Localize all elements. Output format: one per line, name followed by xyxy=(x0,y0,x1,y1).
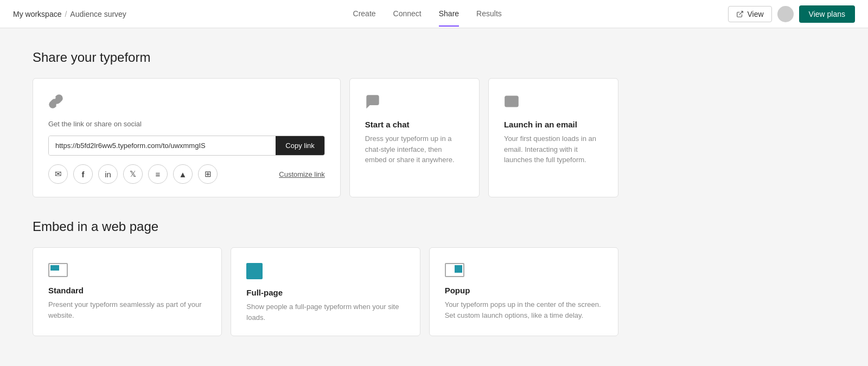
linkedin-icon[interactable]: in xyxy=(98,164,118,184)
customize-link[interactable]: Customize link xyxy=(279,170,325,178)
standard-embed-icon xyxy=(48,263,68,277)
popup-card-heading: Popup xyxy=(445,286,603,295)
link-icon xyxy=(48,94,325,111)
tab-connect[interactable]: Connect xyxy=(393,2,422,27)
social-icons-row: ✉ f in 𝕏 ≡ ▲ ⊞ Customize link xyxy=(48,164,325,184)
twitter-icon[interactable]: 𝕏 xyxy=(123,164,143,184)
popup-card[interactable]: Popup Your typeform pops up in the cente… xyxy=(429,247,618,336)
embed-cards-row: Standard Present your typeform seamlessl… xyxy=(33,247,618,336)
breadcrumb-sep: / xyxy=(65,10,67,18)
chat-card-heading: Start a chat xyxy=(365,120,464,129)
page-title: Audience survey xyxy=(70,10,126,18)
svg-point-2 xyxy=(372,100,373,100)
link-input-row: Copy link xyxy=(48,136,325,156)
share-cards-row: Get the link or share on social Copy lin… xyxy=(33,78,618,197)
chat-icon xyxy=(365,94,464,111)
email-icon xyxy=(504,94,603,111)
breadcrumb: My workspace / Audience survey xyxy=(13,10,126,18)
svg-point-3 xyxy=(374,100,375,100)
tab-create[interactable]: Create xyxy=(353,2,376,27)
copy-link-button[interactable]: Copy link xyxy=(276,136,324,155)
header-actions: View View plans xyxy=(728,5,855,23)
fullpage-card[interactable]: Full-page Show people a full-page typefo… xyxy=(231,247,420,336)
tab-share[interactable]: Share xyxy=(439,2,459,27)
fullpage-card-heading: Full-page xyxy=(246,288,404,297)
qr-icon[interactable]: ⊞ xyxy=(198,164,218,184)
facebook-icon[interactable]: f xyxy=(73,164,93,184)
producthunt-icon[interactable]: ▲ xyxy=(173,164,193,184)
fullpage-card-desc: Show people a full-page typeform when yo… xyxy=(246,301,404,323)
share-section-title: Share your typeform xyxy=(33,50,618,65)
popup-card-desc: Your typeform pops up in the center of t… xyxy=(445,299,603,320)
external-link-icon xyxy=(736,10,744,18)
email-social-icon[interactable]: ✉ xyxy=(48,164,68,184)
link-input[interactable] xyxy=(49,136,276,155)
avatar xyxy=(777,6,794,22)
standard-card-desc: Present your typeform seamlessly as part… xyxy=(48,299,206,320)
email-card[interactable]: Launch in an email Your first question l… xyxy=(488,78,618,197)
workspace-link[interactable]: My workspace xyxy=(13,10,61,18)
standard-card-heading: Standard xyxy=(48,286,206,295)
link-card[interactable]: Get the link or share on social Copy lin… xyxy=(33,78,341,197)
view-button[interactable]: View xyxy=(728,6,771,22)
svg-point-1 xyxy=(371,100,371,100)
email-card-desc: Your first question loads in an email. I… xyxy=(504,133,603,165)
view-plans-button[interactable]: View plans xyxy=(799,5,855,23)
main-content: Share your typeform Get the link or shar… xyxy=(0,28,651,366)
link-card-label: Get the link or share on social xyxy=(48,120,325,128)
buffer-icon[interactable]: ≡ xyxy=(148,164,168,184)
view-label: View xyxy=(747,10,763,18)
header: My workspace / Audience survey Create Co… xyxy=(0,0,868,28)
standard-card[interactable]: Standard Present your typeform seamlessl… xyxy=(33,247,222,336)
email-card-heading: Launch in an email xyxy=(504,120,603,129)
svg-line-0 xyxy=(739,11,743,14)
popup-embed-icon xyxy=(445,263,464,277)
tab-results[interactable]: Results xyxy=(476,2,502,27)
chat-card[interactable]: Start a chat Dress your typeform up in a… xyxy=(349,78,480,197)
fullpage-embed-icon xyxy=(246,263,263,279)
nav-tabs: Create Connect Share Results xyxy=(353,2,502,27)
chat-card-desc: Dress your typeform up in a chat-style i… xyxy=(365,133,464,165)
embed-section-title: Embed in a web page xyxy=(33,219,618,234)
